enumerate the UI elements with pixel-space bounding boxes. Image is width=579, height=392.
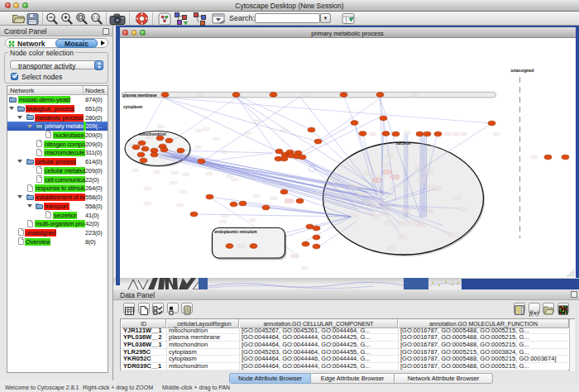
svg-text:unassigned: unassigned bbox=[510, 68, 534, 73]
svg-text:plasma membrane: plasma membrane bbox=[122, 93, 157, 98]
svg-text:nucleus: nucleus bbox=[395, 141, 410, 146]
svg-text:cytoplasm: cytoplasm bbox=[123, 105, 142, 109]
svg-text:endoplasmic reticulum: endoplasmic reticulum bbox=[214, 230, 256, 234]
svg-text:1:1: 1:1 bbox=[93, 15, 98, 19]
